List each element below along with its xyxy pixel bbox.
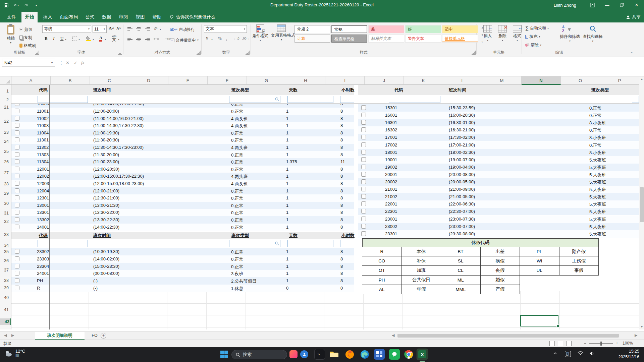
row-checkbox[interactable] — [361, 135, 366, 139]
row-checkbox[interactable] — [15, 116, 19, 121]
row-checkbox[interactable] — [361, 120, 366, 125]
table-row[interactable]: 12004(12:00-21:00)0.正常18 — [11, 187, 354, 195]
dark-app-icon[interactable]: >_ — [314, 349, 325, 360]
hscroll-right-icon[interactable]: ▶ — [635, 333, 637, 338]
zoom-slider-thumb[interactable] — [600, 342, 602, 346]
scroll-down-icon[interactable]: ▼ — [639, 325, 644, 328]
row-checkbox[interactable] — [15, 264, 19, 268]
row-checkbox[interactable] — [15, 130, 19, 135]
tab-home[interactable]: 开始 — [21, 12, 38, 22]
filter-input-code[interactable] — [38, 96, 88, 103]
file-explorer-icon[interactable] — [329, 349, 339, 360]
align-bottom-icon[interactable] — [145, 26, 150, 31]
style-neutral[interactable]: 适中 — [442, 25, 478, 33]
selected-cell-n42[interactable] — [520, 315, 558, 326]
number-format-combo[interactable]: 文本▾ — [204, 25, 247, 33]
row-header-21[interactable]: 21 — [0, 104, 10, 111]
phonetic-caret-icon[interactable]: ▾ — [118, 38, 119, 41]
decrease-indent-icon[interactable]: ⇤≡ — [154, 37, 159, 42]
comma-icon[interactable]: , — [226, 36, 227, 41]
row-checkbox[interactable] — [15, 152, 19, 157]
row-checkbox[interactable] — [361, 127, 366, 132]
row-checkbox[interactable] — [15, 210, 19, 215]
new-sheet-button[interactable]: + — [101, 333, 106, 339]
align-left-icon[interactable] — [127, 37, 132, 42]
table-row[interactable]: 21002(21:00-05:00)5.大夜班 — [358, 193, 639, 200]
style-normal[interactable]: 常规 — [331, 25, 367, 33]
column-header-G[interactable]: G — [247, 76, 286, 85]
table-row[interactable]: 11004(11:00-19:30)0.正常18 — [11, 129, 354, 137]
increase-decimal-icon[interactable]: ←.0 — [233, 37, 239, 40]
align-right-icon[interactable] — [145, 37, 150, 42]
tray-chevron-up-icon[interactable] — [553, 351, 557, 357]
table-row[interactable]: 12001(12:00-20:30)0.正常18 — [11, 166, 354, 173]
filter-input-type[interactable] — [229, 96, 280, 103]
share-button[interactable]: 共享 — [626, 12, 641, 22]
table-row[interactable]: R(-)1.休息00 — [11, 285, 354, 292]
row-checkbox[interactable] — [15, 181, 19, 186]
column-header-H[interactable]: H — [286, 76, 325, 85]
row-checkbox[interactable] — [361, 150, 366, 155]
sheet-nav-left-icon[interactable]: ◀ — [4, 333, 7, 338]
ribbon-collapse-icon[interactable]: ⌃ — [629, 51, 634, 56]
row-checkbox[interactable] — [361, 142, 366, 147]
dialog-launcher-styles-icon[interactable] — [472, 51, 476, 55]
tell-me-box[interactable]: 告诉我你想要做什么 — [169, 12, 215, 22]
row-header-32[interactable]: 32 — [0, 218, 10, 225]
dialog-launcher-font-icon[interactable] — [118, 51, 122, 55]
table-row[interactable]: 23304(15:00-23:30)0.正常18 — [11, 263, 354, 270]
normal-view-icon[interactable] — [549, 341, 555, 346]
style-good[interactable]: 好 — [405, 25, 441, 33]
row-header-1[interactable]: 1 — [0, 88, 10, 95]
table-row[interactable]: 13302(13:30-22:30)0.正常18 — [11, 216, 354, 224]
row-checkbox[interactable] — [15, 109, 19, 113]
cut-button[interactable]: ✂剪切 — [19, 26, 32, 33]
column-header-B[interactable]: B — [51, 76, 90, 85]
column-header-A[interactable]: A — [11, 76, 51, 85]
select-all-corner[interactable] — [0, 76, 11, 85]
wifi-icon[interactable] — [578, 351, 583, 357]
column-header-E[interactable]: E — [168, 76, 208, 85]
row-checkbox[interactable] — [361, 172, 366, 177]
insert-function-icon[interactable]: fx — [81, 59, 84, 67]
table-row[interactable]: 22001(22:00-06:30)5.大夜班 — [358, 200, 639, 208]
row-checkbox[interactable] — [15, 188, 19, 193]
ribbon-display-options-icon[interactable] — [585, 0, 600, 10]
row-header-41[interactable]: 41 — [0, 306, 10, 313]
table-row[interactable]: 12003(12:00-15:00,18:00-23:00)4.两头班18 — [11, 180, 354, 187]
table-row[interactable]: 11302(11:30-14:30,17:30-23:00)4.两头班18 — [11, 144, 354, 151]
column-header-J[interactable]: J — [365, 76, 404, 85]
conditional-format-button[interactable]: ≠条件格式▾ — [251, 24, 270, 42]
row-checkbox[interactable] — [361, 165, 366, 169]
row-header-36[interactable]: 36 — [0, 257, 10, 264]
row-checkbox[interactable] — [15, 203, 19, 207]
dialog-launcher-number-icon[interactable] — [246, 51, 250, 55]
style-explanatory[interactable]: 解释性文本 — [368, 35, 404, 43]
table-row[interactable]: 10000(10:00-14:00,17:00-21:30)0.正常18 — [11, 104, 354, 108]
column-header-P[interactable]: P — [600, 76, 639, 85]
row-header-2[interactable]: 2 — [0, 97, 10, 103]
italic-icon[interactable]: I — [53, 36, 54, 41]
row-checkbox[interactable] — [361, 201, 366, 206]
clear-button[interactable]: 清除▾ — [525, 42, 541, 48]
column-header-F[interactable]: F — [208, 76, 247, 85]
row-header-26[interactable]: 26 — [0, 159, 10, 165]
accounting-caret-icon[interactable]: ▾ — [211, 38, 213, 41]
green-chat-app-icon[interactable] — [389, 349, 400, 360]
delete-cells-button[interactable]: ✕删除▾ — [495, 25, 510, 42]
format-as-table-button[interactable]: 套用表格格式▾ — [271, 24, 292, 41]
row-header-23[interactable]: 23 — [0, 129, 10, 136]
row-checkbox[interactable] — [361, 157, 366, 162]
table-row[interactable]: 13001(13:00-21:30)0.正常18 — [11, 202, 354, 209]
table-row[interactable]: 12301(12:30-21:00)0.正常18 — [11, 194, 354, 202]
page-break-view-icon[interactable] — [566, 341, 572, 346]
percent-icon[interactable]: % — [218, 36, 222, 41]
chrome-icon[interactable] — [403, 349, 414, 360]
insert-cells-button[interactable]: ←插入▾ — [480, 25, 495, 42]
formula-input[interactable] — [88, 59, 641, 67]
table-row[interactable]: 13301(13:30-22:00)0.正常18 — [11, 209, 354, 216]
filter-input-hours[interactable] — [340, 96, 354, 103]
table-row[interactable]: 19001(19:00-07:00)5.大夜班 — [358, 156, 639, 164]
row-checkbox[interactable] — [361, 224, 366, 229]
table-row[interactable]: 23001(23:00-07:30)5.大夜班 — [358, 216, 639, 223]
